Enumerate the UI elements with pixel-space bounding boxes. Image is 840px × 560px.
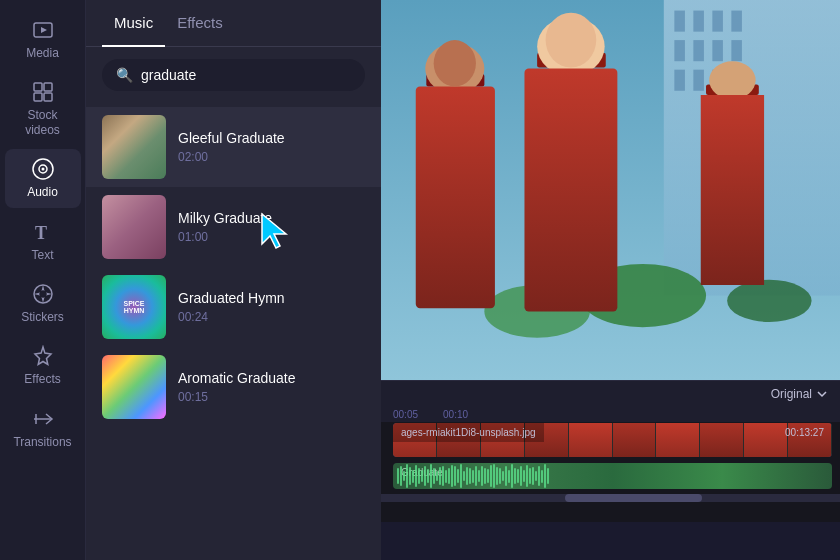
waveform-bar [421, 470, 423, 482]
time-marker-2: 00:10 [443, 409, 468, 420]
svg-rect-2 [34, 83, 42, 91]
panel-tabs: Music Effects [86, 0, 381, 47]
list-item[interactable]: Milky Graduate 01:00 [86, 187, 381, 267]
waveform-bar [424, 466, 426, 486]
track-thumbnail [102, 275, 166, 339]
svg-rect-3 [44, 83, 52, 91]
timeline-controls: Original [381, 380, 840, 407]
waveform-bar [400, 466, 402, 487]
waveform-bar [412, 470, 414, 483]
svg-rect-40 [524, 69, 617, 312]
video-background [381, 0, 840, 380]
thumb-frame [656, 423, 700, 457]
music-list: Gleeful Graduate 02:00 Milky Graduate 01… [86, 103, 381, 560]
svg-text:T: T [35, 223, 47, 243]
scrollbar-thumb[interactable] [565, 494, 703, 502]
waveform-bar [460, 464, 462, 487]
sidebar-item-transitions[interactable]: Transitions [5, 399, 81, 457]
sidebar-item-text[interactable]: T Text [5, 212, 81, 270]
timeline-scrollbar[interactable] [381, 494, 840, 502]
media-icon [31, 18, 55, 42]
waveform-bar [517, 469, 519, 483]
list-item[interactable]: Graduated Hymn 00:24 [86, 267, 381, 347]
waveform-bar [511, 464, 513, 487]
waveform-bar [526, 465, 528, 487]
sidebar-item-stock[interactable]: Stockvideos [5, 72, 81, 145]
svg-rect-5 [44, 93, 52, 101]
sidebar-item-media[interactable]: Media [5, 10, 81, 68]
waveform-bar [442, 466, 444, 487]
search-input[interactable] [141, 67, 351, 83]
svg-rect-18 [712, 11, 723, 32]
sidebar-item-effects[interactable]: Effects [5, 336, 81, 394]
effects-icon [31, 344, 55, 368]
waveform-bar [436, 471, 438, 481]
track-info: Aromatic Graduate 00:15 [178, 370, 365, 404]
waveform-bar [451, 465, 453, 487]
waveform-bar [427, 469, 429, 483]
track-info: Milky Graduate 01:00 [178, 210, 365, 244]
track-duration: 02:00 [178, 150, 365, 164]
waveform-bar [409, 467, 411, 485]
svg-rect-21 [693, 40, 704, 61]
waveform-bar [445, 470, 447, 483]
track-info: Graduated Hymn 00:24 [178, 290, 365, 324]
track-thumbnail [102, 195, 166, 259]
waveform-bar [430, 464, 432, 489]
sidebar-item-label-effects: Effects [24, 372, 60, 386]
track-title: Graduated Hymn [178, 290, 365, 306]
list-item[interactable]: Gleeful Graduate 02:00 [86, 107, 381, 187]
sidebar-item-label-transitions: Transitions [13, 435, 71, 449]
waveform-bar [535, 471, 537, 481]
sidebar: Media Stockvideos Audio T T [0, 0, 86, 560]
waveform-bar [418, 468, 420, 485]
search-container: 🔍 [86, 47, 381, 103]
original-dropdown[interactable]: Original [771, 387, 828, 401]
time-ruler: 00:05 00:10 [381, 407, 840, 422]
original-label: Original [771, 387, 812, 401]
sidebar-item-label-stickers: Stickers [21, 310, 64, 324]
tab-music[interactable]: Music [102, 0, 165, 47]
chevron-down-icon [816, 388, 828, 400]
stickers-icon [31, 282, 55, 306]
waveform-bar [493, 464, 495, 489]
sidebar-item-label-stock: Stockvideos [25, 108, 60, 137]
svg-marker-1 [41, 27, 47, 33]
video-track[interactable]: ages-rmiakit1Di8-unsplash.jpg 00:13:27 [393, 423, 832, 457]
waveform-bar [523, 470, 525, 482]
search-icon: 🔍 [116, 67, 133, 83]
waveform-bar [484, 468, 486, 485]
sidebar-item-stickers[interactable]: Stickers [5, 274, 81, 332]
waveform-bar [487, 469, 489, 483]
search-box: 🔍 [102, 59, 365, 91]
waveform-bar [490, 465, 492, 487]
waveform-bar [529, 468, 531, 484]
audio-panel: Music Effects 🔍 Gleeful Graduate 02:00 M… [86, 0, 381, 560]
svg-point-37 [434, 40, 476, 86]
list-item[interactable]: Aromatic Graduate 00:15 [86, 347, 381, 427]
track-title: Milky Graduate [178, 210, 365, 226]
timeline: ages-rmiakit1Di8-unsplash.jpg 00:13:27 [381, 422, 840, 522]
track-duration: 00:15 [178, 390, 365, 404]
svg-rect-20 [674, 40, 685, 61]
svg-rect-16 [674, 11, 685, 32]
waveform-bar [532, 467, 534, 485]
waveform-bar [508, 470, 510, 483]
track-title: Gleeful Graduate [178, 130, 365, 146]
track-title: Aromatic Graduate [178, 370, 365, 386]
waveform-bar [496, 467, 498, 485]
waveform-bar [472, 470, 474, 483]
thumb-frame [613, 423, 657, 457]
waveform-bar [547, 468, 549, 485]
svg-rect-24 [674, 70, 685, 91]
tab-effects[interactable]: Effects [165, 0, 235, 47]
svg-point-41 [546, 13, 597, 68]
waveform-bar [520, 466, 522, 486]
waveform-bar [397, 468, 399, 484]
audio-track[interactable]: Graduate [393, 463, 832, 489]
waveform-bar [469, 468, 471, 484]
sidebar-item-audio[interactable]: Audio [5, 149, 81, 207]
waveform-bar [538, 466, 540, 487]
graduate-figures [381, 0, 840, 380]
main-area: Original 00:05 00:10 ages-rmiakit1Di8-un… [381, 0, 840, 560]
